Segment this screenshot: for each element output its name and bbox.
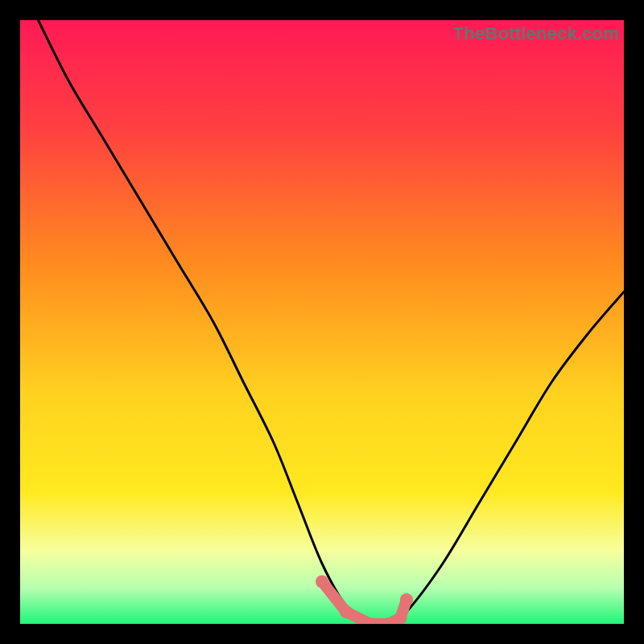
marker-dot [394, 612, 407, 625]
gradient-background [20, 20, 624, 624]
marker-dot [340, 605, 353, 618]
marker-dot [316, 576, 328, 588]
chart-frame: TheBottleneck.com [20, 20, 624, 624]
watermark-text: TheBottleneck.com [453, 23, 619, 44]
marker-dot [400, 593, 413, 606]
bottleneck-chart [20, 20, 624, 624]
